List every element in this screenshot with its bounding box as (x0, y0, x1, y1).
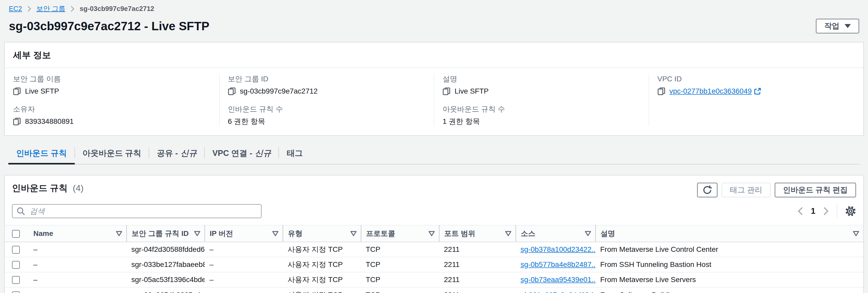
current-page-button[interactable]: 1 (811, 206, 815, 216)
filter-icon[interactable] (585, 231, 591, 236)
pagination: 1 (797, 204, 856, 218)
search-input[interactable] (29, 207, 257, 216)
page-title: sg-03cb997c9e7ac2712 - Live SFTP (9, 19, 210, 34)
filter-icon[interactable] (853, 231, 859, 236)
table-row: – sgr-04f2d30588fdded69 – 사용자 지정 TCP TCP… (5, 242, 863, 257)
field-label: 아웃바운드 규칙 수 (443, 105, 640, 113)
details-column: 설명 Live SFTP 아웃바운드 규칙 수 1 권한 항목 (434, 75, 649, 126)
source-link[interactable]: sg-0b378a100d23422... (521, 245, 595, 253)
tab-label: 태그 (286, 149, 303, 158)
divider (837, 204, 837, 218)
source-link[interactable]: sg-0b577ba4e8b2487... (521, 260, 595, 268)
tab-new-badge: 신규 (255, 149, 271, 158)
page: EC2 보안 그룹 sg-03cb997c9e7ac2712 sg-03cb99… (0, 0, 868, 293)
table-row: – sgr-05ac53f1396c4bdea – 사용자 지정 TCP TCP… (5, 272, 863, 287)
cell-ip-version: – (205, 287, 283, 293)
vpc-id-link[interactable]: vpc-0277bb1e0c3636049 (670, 87, 752, 96)
field-value: Live SFTP (455, 87, 489, 96)
cell-rule-id: sgr-04f2d30588fdded69 (127, 242, 205, 257)
search-box[interactable] (12, 204, 261, 218)
inbound-rules-title-text: 인바운드 규칙 (12, 183, 67, 193)
field-value: 6 권한 항목 (228, 117, 265, 126)
copy-icon[interactable] (228, 87, 236, 95)
cell-rule-id: sgr-05ac53f1396c4bdea (127, 272, 205, 287)
table-header-row: Name 보안 그룹 규칙 ID IP 버전 유형 프로토콜 포트 범위 소스 … (5, 225, 863, 242)
actions-button[interactable]: 작업 (816, 19, 859, 33)
column-header-name[interactable]: Name (29, 225, 127, 242)
details-panel-header: 세부 정보 (5, 42, 863, 68)
cell-source: pl-061a667c0a24d68d... (516, 287, 595, 293)
row-checkbox[interactable] (12, 276, 20, 284)
filter-icon[interactable] (429, 231, 435, 236)
copy-icon[interactable] (443, 87, 451, 95)
chevron-right-icon (71, 6, 74, 12)
cell-description: From Metaverse Live Servers (595, 272, 863, 287)
caret-down-icon (844, 24, 851, 28)
filter-icon[interactable] (272, 231, 278, 236)
field-label: VPC ID (657, 75, 855, 83)
copy-icon[interactable] (13, 87, 21, 95)
tab-sharing-new[interactable]: 공유 -신규 (149, 144, 205, 164)
filter-icon[interactable] (116, 231, 122, 236)
row-checkbox[interactable] (12, 261, 20, 269)
breadcrumb: EC2 보안 그룹 sg-03cb997c9e7ac2712 (0, 0, 868, 13)
cell-description: From Metaverse Live Control Center (595, 242, 863, 257)
field-owner: 소유자 839334880891 (13, 105, 211, 126)
gear-icon (845, 206, 856, 216)
manage-tags-button[interactable]: 태그 관리 (722, 183, 771, 197)
field-value: Live SFTP (25, 87, 59, 96)
inbound-rules-count: (4) (73, 183, 84, 193)
field-outbound-rules-count: 아웃바운드 규칙 수 1 권한 항목 (443, 105, 640, 126)
source-link[interactable]: pl-061a667c0a24d68d... (521, 291, 595, 293)
rules-table-body: – sgr-04f2d30588fdded69 – 사용자 지정 TCP TCP… (5, 242, 863, 293)
next-page-button[interactable] (823, 207, 829, 215)
details-column: VPC ID vpc-0277bb1e0c3636049 (649, 75, 864, 126)
field-value: sg-03cb997c9e7ac2712 (240, 87, 318, 96)
column-header-protocol[interactable]: 프로토콜 (361, 225, 439, 242)
tab-outbound-rules[interactable]: 아웃바운드 규칙 (75, 144, 149, 164)
row-checkbox[interactable] (12, 246, 20, 254)
cell-rule-id: sgr-06a0654b9865e4... (127, 287, 205, 293)
inbound-rules-table: Name 보안 그룹 규칙 ID IP 버전 유형 프로토콜 포트 범위 소스 … (5, 225, 863, 293)
tab-vpc-associations-new[interactable]: VPC 연결 -신규 (205, 144, 279, 164)
edit-inbound-rules-button[interactable]: 인바운드 규칙 편집 (775, 183, 856, 197)
refresh-icon (702, 185, 712, 195)
external-link-icon (754, 88, 761, 95)
row-checkbox[interactable] (12, 291, 20, 293)
column-header-ip-version[interactable]: IP 버전 (205, 225, 283, 242)
chevron-right-icon (27, 6, 31, 12)
field-label: 설명 (443, 75, 640, 83)
filter-icon[interactable] (505, 231, 512, 236)
inbound-rules-title: 인바운드 규칙 (4) (12, 183, 84, 193)
row-select-cell (5, 272, 29, 287)
tab-inbound-rules[interactable]: 인바운드 규칙 (8, 144, 75, 164)
source-link[interactable]: sg-0b73eaa95439e01... (521, 275, 595, 284)
breadcrumb-link-security-groups[interactable]: 보안 그룹 (36, 4, 65, 13)
column-header-port-range[interactable]: 포트 범위 (439, 225, 516, 242)
cell-protocol: TCP (361, 272, 439, 287)
cell-protocol: TCP (361, 257, 439, 272)
column-header-source[interactable]: 소스 (516, 225, 595, 242)
select-all-checkbox[interactable] (12, 230, 20, 238)
settings-button[interactable] (845, 206, 856, 216)
filter-icon[interactable] (194, 231, 200, 236)
tab-new-badge: 신규 (181, 149, 197, 158)
field-label: 소유자 (13, 105, 211, 113)
cell-rule-id: sgr-033be127fabaeeb86 (127, 257, 205, 272)
cell-type: 사용자 지정 TCP (283, 242, 361, 257)
copy-icon[interactable] (13, 118, 21, 125)
column-header-rule-id[interactable]: 보안 그룹 규칙 ID (127, 225, 205, 242)
previous-page-button[interactable] (797, 207, 803, 215)
cell-type: 사용자 지정 TCP (283, 272, 361, 287)
column-header-description[interactable]: 설명 (595, 225, 863, 242)
copy-icon[interactable] (657, 87, 665, 95)
filter-icon[interactable] (350, 231, 356, 236)
inbound-rules-panel: 인바운드 규칙 (4) 태그 관리 인바운드 규칙 편집 1 (4, 175, 864, 293)
actions-button-label: 작업 (824, 21, 839, 31)
refresh-button[interactable] (697, 183, 717, 197)
breadcrumb-link-ec2[interactable]: EC2 (9, 5, 22, 13)
column-header-type[interactable]: 유형 (283, 225, 361, 242)
tab-tags[interactable]: 태그 (279, 144, 311, 164)
cell-type: 사용자 지정 TCP (283, 257, 361, 272)
row-select-cell (5, 257, 29, 272)
